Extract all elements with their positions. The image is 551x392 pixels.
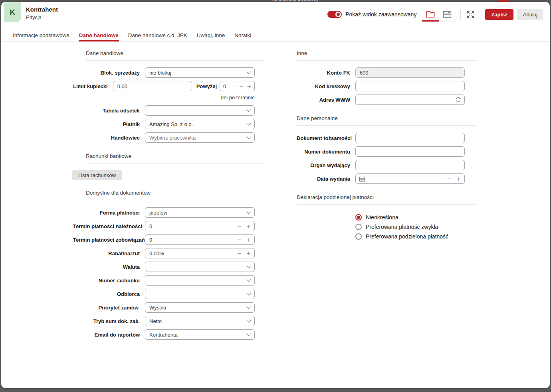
section-title: Dane handlowe <box>86 50 265 57</box>
chevron-down-icon <box>246 277 251 282</box>
save-button[interactable]: Zapisz <box>485 9 513 20</box>
field-numer-dokumentu: Numer dokumentu <box>297 146 476 157</box>
chevron-down-icon <box>246 134 251 139</box>
plus-button[interactable]: + <box>246 250 250 257</box>
deklaracja-radio-group: Nieokreślona Preferowana płatność zwykła… <box>355 213 476 241</box>
chevron-down-icon <box>246 209 251 214</box>
tabela-odsetek-select[interactable] <box>145 105 255 116</box>
blok-sprzedazy-select[interactable]: nie blokuj <box>145 67 255 78</box>
adres-www-field <box>355 95 465 105</box>
handlowiec-select[interactable]: Wybierz pracownika <box>145 132 255 143</box>
field-priorytet: Priorytet zamów. Wysoki <box>73 302 255 313</box>
section-title: Rachunki bankowe <box>86 153 265 160</box>
radio-platnosc-zwykla[interactable]: Preferowana płatność zwykła <box>355 222 476 232</box>
field-label: Priorytet zamów. <box>73 305 140 311</box>
dni-po-terminie-hint: dni po terminie <box>73 95 255 100</box>
plus-button[interactable]: + <box>247 83 251 90</box>
chevron-down-icon <box>246 69 251 74</box>
section-divider <box>297 60 476 61</box>
field-limit-kupiecki: Limit kupiecki Powyżej 0 − + <box>73 81 255 91</box>
organ-wydajacy-input[interactable] <box>355 160 465 170</box>
minus-button[interactable]: − <box>239 83 243 90</box>
field-organ-wydajacy: Organ wydający <box>297 160 476 170</box>
tab-notatki[interactable]: Notatki <box>234 30 252 41</box>
powyzej-stepper[interactable]: 0 − + <box>220 81 255 91</box>
tab-dane-handlowe-cd-jpk[interactable]: Dane handlowe c.d, JPK <box>128 30 188 41</box>
field-tryb-sum: Tryb sum dok. zak. Netto <box>73 316 255 326</box>
minus-button[interactable]: − <box>237 250 241 257</box>
field-data-wydania: Data wydania − + <box>297 173 476 184</box>
radio-button[interactable] <box>355 233 362 240</box>
field-label: Adres WWW <box>297 97 350 103</box>
termin-naleznosci-stepper[interactable]: 0 − + <box>145 221 255 231</box>
email-raporty-select[interactable]: Kontrahenta <box>145 329 255 340</box>
field-label: Rabat/narzut <box>73 250 140 256</box>
field-label: Termin płatności zobowiązań <box>73 237 140 243</box>
view-tab-form[interactable] <box>422 8 439 22</box>
priorytet-select[interactable]: Wysoki <box>145 302 255 313</box>
advanced-view-toggle[interactable] <box>327 11 342 18</box>
odbiorca-select[interactable] <box>145 289 255 299</box>
waluta-select[interactable] <box>145 262 255 272</box>
termin-zobowiazan-stepper[interactable]: 0 − + <box>145 234 255 245</box>
field-kod-kreskowy: Kod kreskowy <box>297 81 476 91</box>
chevron-down-icon <box>246 107 251 112</box>
forma-platnosci-select[interactable]: przelew <box>145 207 255 218</box>
toggle-knob <box>335 12 341 17</box>
field-label: Termin płatności należności <box>73 223 140 229</box>
radio-podzielona-platnosc[interactable]: Preferowana podzielona płatność <box>355 232 476 241</box>
limit-kupiecki-input[interactable] <box>113 81 192 91</box>
field-rabat-narzut: Rabat/narzut 0,00% − + <box>73 248 255 258</box>
view-tab-table[interactable] <box>439 8 456 22</box>
dokument-tozsamosci-input[interactable] <box>355 133 465 143</box>
kod-kreskowy-input[interactable] <box>355 81 465 91</box>
expand-icon <box>467 11 474 18</box>
page-subtitle: Edycja <box>26 14 42 20</box>
section-inne: Inne <box>297 50 476 61</box>
field-platnik: Płatnik Amazing Sp. z o.o. <box>73 119 255 129</box>
section-domyslne: Domyślne dla dokumentów <box>86 190 265 200</box>
tab-dane-handlowe[interactable]: Dane handlowe <box>79 30 119 41</box>
field-label: Limit kupiecki <box>73 83 108 89</box>
minus-button[interactable]: − <box>237 236 241 243</box>
tab-uwagi-inne[interactable]: Uwagi, inne <box>196 30 226 41</box>
section-divider <box>86 163 265 163</box>
plus-button[interactable]: + <box>246 223 250 230</box>
field-label: Numer rachunku <box>73 278 140 284</box>
right-column: Inne Konto FK Kod kreskowy Adres WWW <box>297 50 476 241</box>
field-label: Data wydania <box>297 176 350 182</box>
table-rows-icon <box>443 11 452 18</box>
numer-dokumentu-input[interactable] <box>355 146 465 157</box>
tab-informacje-podstawowe[interactable]: Informacje podstawowe <box>12 30 70 41</box>
minus-button[interactable]: − <box>447 175 451 182</box>
section-title: Inne <box>297 50 476 57</box>
chevron-down-icon <box>246 264 251 268</box>
plus-button[interactable]: + <box>246 236 250 243</box>
field-label: Kod kreskowy <box>297 83 350 89</box>
cancel-button[interactable]: Anuluj <box>517 9 543 20</box>
field-label: Tryb sum dok. zak. <box>73 318 140 324</box>
minus-button[interactable]: − <box>237 223 241 230</box>
radio-button-selected[interactable] <box>355 214 362 221</box>
platnik-select[interactable]: Amazing Sp. z o.o. <box>145 119 255 129</box>
lista-rachunkow-button[interactable]: Lista rachunków <box>72 170 122 180</box>
refresh-icon[interactable] <box>455 97 461 104</box>
adres-www-input[interactable] <box>356 95 452 104</box>
field-label: Konto FK <box>297 70 350 76</box>
fullscreen-button[interactable] <box>466 10 475 19</box>
rabat-narzut-stepper[interactable]: 0,00% − + <box>145 248 255 258</box>
numer-rachunku-select[interactable] <box>145 275 255 286</box>
field-label: Dokument tożsamości <box>297 135 350 141</box>
plus-button[interactable]: + <box>456 175 460 182</box>
chevron-down-icon <box>246 318 251 322</box>
radio-nieokreslona[interactable]: Nieokreślona <box>355 213 476 222</box>
tryb-sum-select[interactable]: Netto <box>145 316 255 326</box>
data-wydania-datepicker[interactable]: − + <box>355 173 465 184</box>
field-label: Forma płatności <box>73 210 140 216</box>
field-label: Odbiorca <box>73 291 140 297</box>
divider <box>480 10 480 19</box>
section-divider <box>86 60 265 61</box>
radio-button[interactable] <box>355 224 362 230</box>
calendar-icon[interactable] <box>359 176 365 183</box>
konto-fk-input <box>355 67 465 78</box>
